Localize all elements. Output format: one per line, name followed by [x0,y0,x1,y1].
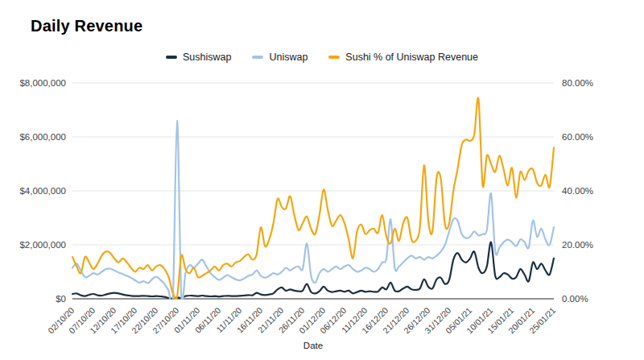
x-axis-title: Date [72,341,554,350]
y-axis-label-right: 20.00% [562,240,593,250]
y-axis-label-right: 0.00% [562,294,588,304]
daily-revenue-chart: Daily Revenue Sushiswap Uniswap Sushi % … [0,0,644,360]
y-axis-label-right: 40.00% [562,186,593,196]
y-axis-label-left: $4,000,000 [19,186,66,196]
y-axis-label-left: $0 [56,294,66,304]
y-axis-label-right: 60.00% [562,132,593,142]
y-axis-label-left: $6,000,000 [19,132,66,142]
chart-canvas[interactable]: $8,000,00080.00%$6,000,00060.00%$4,000,0… [0,0,644,360]
y-axis-label-left: $8,000,000 [19,78,66,88]
y-axis-label-left: $2,000,000 [19,240,66,250]
series-line-sushiswap [72,242,554,298]
y-axis-label-right: 80.00% [562,78,593,88]
series-line-sushi-pct [72,98,554,300]
